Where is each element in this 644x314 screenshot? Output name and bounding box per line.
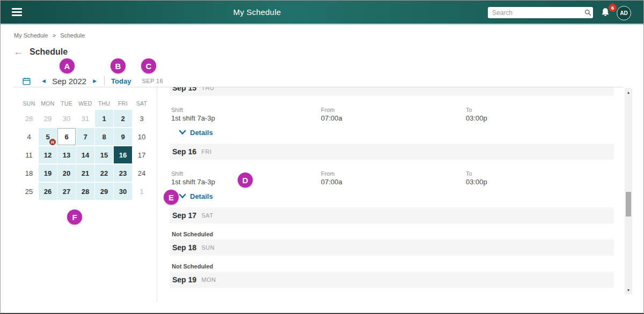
scrollbar-thumb[interactable] bbox=[626, 192, 631, 216]
calendar-day-cell[interactable]: 16 bbox=[114, 146, 132, 163]
calendar-day-cell[interactable]: 29 bbox=[95, 183, 113, 200]
calendar-day-cell[interactable]: 7 bbox=[76, 128, 94, 145]
chevron-down-icon bbox=[179, 192, 186, 200]
back-arrow-icon[interactable]: ← bbox=[13, 47, 24, 57]
from-label: From bbox=[321, 107, 466, 113]
page-title: Schedule bbox=[30, 47, 68, 57]
notifications-bell-icon[interactable]: 6 bbox=[599, 6, 613, 21]
day-date: Sep 15 bbox=[172, 87, 196, 92]
app-bar: My Schedule 6 AD bbox=[1, 1, 643, 25]
weekday-label: WED bbox=[76, 100, 94, 107]
calendar-day-cell[interactable]: 25 bbox=[20, 183, 38, 200]
calendar-day-cell[interactable]: 18 bbox=[20, 165, 38, 182]
to-label: To bbox=[466, 170, 614, 177]
search-input[interactable] bbox=[488, 9, 582, 17]
calendar-day-cell[interactable]: 29 bbox=[39, 110, 57, 127]
calendar-day-cell[interactable]: 24 bbox=[133, 165, 151, 182]
day-of-week: FRI bbox=[201, 148, 212, 155]
calendar-day-cell[interactable]: 9 bbox=[114, 128, 132, 145]
calendar-day-cell[interactable]: 28 bbox=[20, 110, 38, 127]
calendar-day-cell[interactable]: 31 bbox=[76, 110, 94, 127]
day-date: Sep 17 bbox=[172, 211, 196, 220]
from-column: From07:00a bbox=[321, 107, 466, 122]
calendar-day-cell[interactable]: 17 bbox=[133, 146, 151, 163]
shift-label: Shift bbox=[171, 107, 321, 113]
breadcrumb-schedule: Schedule bbox=[60, 32, 85, 39]
day-of-week: SUN bbox=[201, 244, 215, 251]
day-content: Shift1st shift 7a-3pFrom07:00aTo03:00pDe… bbox=[170, 96, 614, 144]
search-icon[interactable] bbox=[582, 9, 593, 16]
weekday-label: TUE bbox=[57, 100, 76, 107]
breadcrumb-separator: > bbox=[53, 32, 56, 39]
to-column: To03:00p bbox=[466, 107, 614, 122]
calendar-day-cell[interactable]: 12 bbox=[39, 146, 57, 163]
calendar-day-cell[interactable]: 15 bbox=[95, 146, 113, 163]
day-of-week: MON bbox=[201, 276, 216, 283]
breadcrumb: My Schedule > Schedule bbox=[14, 32, 85, 39]
calendar-day-cell[interactable]: 5H bbox=[39, 128, 57, 145]
calendar-day-cell[interactable]: 14 bbox=[76, 146, 94, 163]
calendar-day-cell[interactable]: 8 bbox=[95, 128, 113, 145]
to-label: To bbox=[466, 107, 614, 113]
calendar-day-cell[interactable]: 26 bbox=[39, 183, 57, 200]
app-window: My Schedule 6 AD My Schedule > Schedule … bbox=[0, 0, 644, 314]
calendar-day-cell[interactable]: 30 bbox=[114, 183, 132, 200]
annotation-e: E bbox=[164, 190, 179, 205]
avatar[interactable]: AD bbox=[617, 6, 631, 20]
calendar-day-cell[interactable]: 22 bbox=[95, 165, 113, 182]
calendar-day-cell[interactable]: 11 bbox=[20, 146, 38, 163]
calendar-day-cell[interactable]: 4 bbox=[20, 128, 38, 145]
from-value: 07:00a bbox=[321, 114, 466, 122]
day-header: Sep 17SAT bbox=[170, 207, 614, 223]
annotation-c: C bbox=[141, 58, 156, 73]
calendar-day-cell[interactable]: 6 bbox=[57, 128, 76, 145]
next-month-icon[interactable]: ▶ bbox=[91, 77, 99, 85]
to-value: 03:00p bbox=[466, 114, 614, 122]
scroll-up-icon[interactable]: ▲ bbox=[625, 89, 632, 95]
from-label: From bbox=[321, 170, 466, 177]
day-of-week: SAT bbox=[201, 212, 213, 219]
month-label: Sep 2022 bbox=[52, 77, 86, 86]
hamburger-menu-icon[interactable] bbox=[12, 8, 22, 17]
calendar-icon[interactable] bbox=[22, 77, 31, 86]
today-button[interactable]: Today bbox=[111, 77, 131, 85]
annotation-a: A bbox=[60, 58, 75, 73]
calendar-day-cell[interactable]: 23 bbox=[114, 165, 132, 182]
details-label: Details bbox=[190, 192, 213, 200]
annotation-d: D bbox=[238, 173, 253, 188]
calendar-day-cell[interactable]: 1 bbox=[133, 183, 151, 200]
toolbar-divider bbox=[104, 76, 105, 86]
breadcrumb-my-schedule[interactable]: My Schedule bbox=[14, 32, 48, 39]
annotation-f: F bbox=[67, 210, 82, 225]
day-content: Shift1st shift 7a-3pFrom07:00aTo03:00pDe… bbox=[170, 160, 614, 207]
to-value: 03:00p bbox=[466, 178, 614, 186]
mini-calendar: 2829303112345H67891011121314151617181920… bbox=[20, 110, 151, 200]
not-scheduled-text: Not Scheduled bbox=[170, 223, 614, 240]
weekday-label: THU bbox=[95, 100, 113, 107]
from-value: 07:00a bbox=[321, 178, 466, 186]
prev-month-icon[interactable]: ◀ bbox=[40, 77, 48, 85]
calendar-day-cell[interactable]: 27 bbox=[57, 183, 76, 200]
calendar-day-cell[interactable]: 2 bbox=[114, 110, 132, 127]
shift-value: 1st shift 7a-3p bbox=[171, 114, 321, 122]
app-title: My Schedule bbox=[233, 1, 281, 24]
calendar-day-cell[interactable]: 21 bbox=[76, 165, 94, 182]
weekday-label: SUN bbox=[20, 100, 38, 107]
calendar-day-cell[interactable]: 1 bbox=[95, 110, 113, 127]
calendar-day-cell[interactable]: 19 bbox=[39, 165, 57, 182]
annotation-b: B bbox=[111, 58, 126, 73]
scrollbar-track[interactable]: ▲ ▼ bbox=[625, 88, 632, 294]
scroll-down-icon[interactable]: ▼ bbox=[625, 287, 632, 293]
notification-count-badge: 6 bbox=[609, 4, 617, 12]
calendar-day-cell[interactable]: 10 bbox=[133, 128, 151, 145]
details-link[interactable]: Details bbox=[171, 129, 213, 137]
day-date: Sep 16 bbox=[172, 147, 196, 156]
calendar-day-cell[interactable]: 3 bbox=[133, 110, 151, 127]
chevron-down-icon bbox=[179, 129, 186, 137]
to-column: To03:00p bbox=[466, 170, 614, 186]
calendar-day-cell[interactable]: 28 bbox=[76, 183, 94, 200]
calendar-day-cell[interactable]: 20 bbox=[57, 165, 76, 182]
calendar-day-cell[interactable]: 13 bbox=[57, 146, 76, 163]
calendar-weekday-header: SUNMONTUEWEDTHUFRISAT bbox=[20, 100, 151, 107]
calendar-day-cell[interactable]: 30 bbox=[57, 110, 76, 127]
